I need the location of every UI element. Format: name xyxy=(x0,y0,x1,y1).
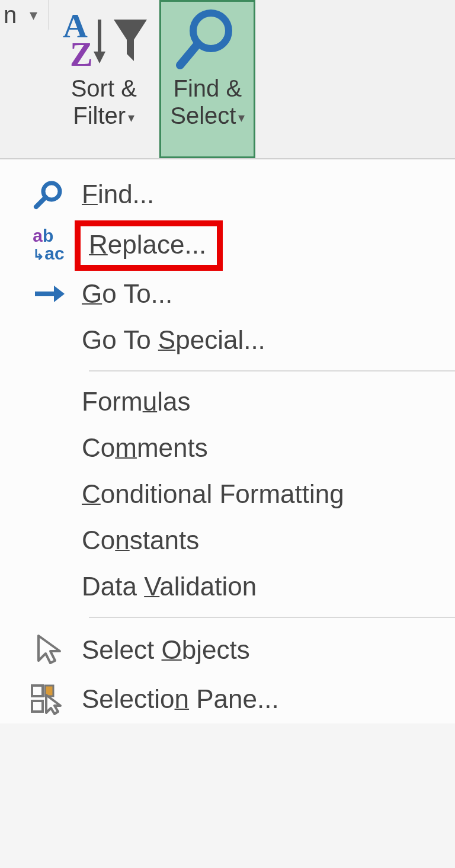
menu-goto-label: Go To... xyxy=(82,279,455,309)
svg-text:Z: Z xyxy=(70,35,93,68)
menu-select-objects[interactable]: Select Objects xyxy=(0,625,455,675)
menu-goto-special[interactable]: Go To Special... xyxy=(0,317,455,363)
arrow-right-icon xyxy=(15,282,82,306)
ribbon-row: n ▾ A Z Sort & Filter▾ Find & Sele xyxy=(0,0,455,159)
menu-selection-pane-label: Selection Pane... xyxy=(82,684,455,714)
search-icon xyxy=(15,178,82,210)
find-select-icon xyxy=(172,6,243,71)
menu-find-label: Find... xyxy=(82,180,455,209)
menu-data-val-label: Data Validation xyxy=(82,572,455,601)
menu-replace[interactable]: ab ↳ac Replace... xyxy=(0,219,455,271)
svg-marker-9 xyxy=(54,286,65,302)
sort-filter-icon: A Z xyxy=(59,6,148,71)
menu-constants[interactable]: Constants xyxy=(0,517,455,563)
menu-data-validation[interactable]: Data Validation xyxy=(0,563,455,610)
menu-separator xyxy=(89,617,455,618)
svg-marker-3 xyxy=(94,52,105,63)
ribbon-partial-left: n ▾ xyxy=(0,0,49,30)
menu-selection-pane[interactable]: Selection Pane... xyxy=(0,675,455,723)
menu-conditional-formatting[interactable]: Conditional Formatting xyxy=(0,471,455,517)
menu-formulas-label: Formulas xyxy=(82,387,455,417)
selection-pane-icon xyxy=(15,683,82,715)
menu-separator xyxy=(89,370,455,371)
menu-goto[interactable]: Go To... xyxy=(0,271,455,317)
menu-comments-label: Comments xyxy=(82,433,455,463)
menu-find[interactable]: Find... xyxy=(0,170,455,219)
menu-constants-label: Constants xyxy=(82,526,455,555)
svg-line-5 xyxy=(180,44,198,65)
partial-text: n xyxy=(4,2,17,28)
cursor-icon xyxy=(15,633,82,667)
dropdown-caret-icon[interactable]: ▾ xyxy=(30,6,37,24)
menu-goto-special-label: Go To Special... xyxy=(82,325,455,355)
menu-formulas[interactable]: Formulas xyxy=(0,379,455,425)
menu-replace-label: Replace... xyxy=(82,230,455,260)
replace-icon: ab ↳ac xyxy=(15,227,82,262)
menu-select-objects-label: Select Objects xyxy=(82,635,455,665)
find-select-menu: Find... ab ↳ac Replace... Go To... Go To… xyxy=(0,159,455,723)
svg-rect-10 xyxy=(32,686,43,696)
svg-rect-11 xyxy=(32,701,43,712)
menu-cond-fmt-label: Conditional Formatting xyxy=(82,479,455,509)
sort-filter-button[interactable]: A Z Sort & Filter▾ xyxy=(49,0,159,158)
find-select-button[interactable]: Find & Select▾ xyxy=(159,0,255,158)
replace-highlight: Replace... xyxy=(75,220,223,271)
sort-filter-label: Sort & Filter▾ xyxy=(71,75,137,129)
find-select-label: Find & Select▾ xyxy=(170,75,245,129)
svg-line-7 xyxy=(36,197,46,207)
menu-comments[interactable]: Comments xyxy=(0,425,455,471)
